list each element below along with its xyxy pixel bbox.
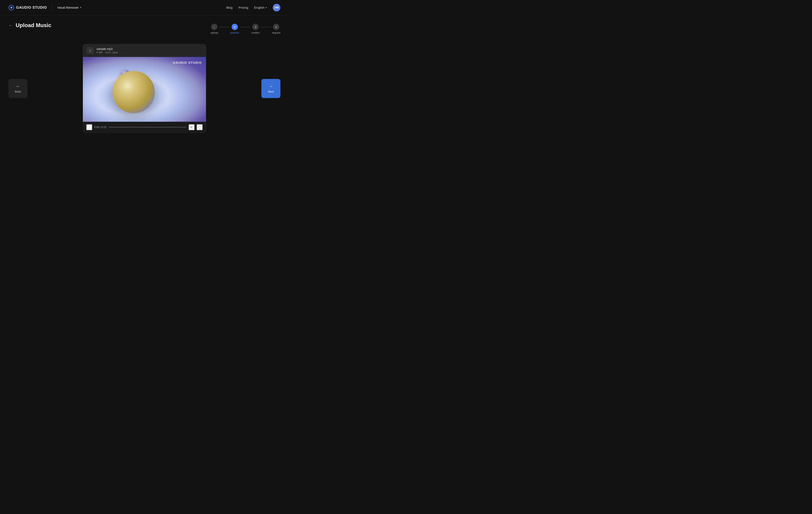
page-title: Upload Music <box>16 22 51 29</box>
stepper: 1 upload 2 preview 3 confirm <box>210 24 281 34</box>
file-duration: 4min 13sec <box>105 51 118 54</box>
page-title-area: ← Upload Music <box>8 22 51 29</box>
video-controls: 0:00 / 4:13 ⋮ <box>83 122 206 133</box>
file-size: 4 MB <box>96 51 103 54</box>
logo-text: GAUDIO STUDIO <box>16 5 47 10</box>
page-header-row: ← Upload Music 1 upload 2 preview 3 <box>8 22 281 34</box>
step-connector-2-3 <box>240 27 251 27</box>
chevron-down-icon: ▾ <box>266 6 267 9</box>
step-connector-1-2 <box>219 27 229 27</box>
time-display: 0:00 / 4:13 <box>94 126 106 129</box>
step-confirm: 3 confirm <box>252 24 260 34</box>
svg-point-2 <box>11 7 12 8</box>
step-label-upload: upload <box>210 31 218 34</box>
next-arrow-icon: → <box>269 84 273 89</box>
volume-icon <box>190 126 193 129</box>
step-circle-2: 2 <box>232 24 238 30</box>
step-circle-3: 3 <box>252 24 259 30</box>
step-preview: 2 preview <box>230 24 239 34</box>
play-icon <box>88 126 91 129</box>
logo-icon <box>8 5 14 10</box>
app-header: GAUDIO STUDIO Vocal Remover ▾ Blog Prici… <box>0 0 289 15</box>
step-circle-4: 4 <box>273 24 279 30</box>
step-request: 4 request <box>272 24 281 34</box>
step-circle-1: 1 <box>211 24 218 30</box>
language-label: English <box>254 6 264 9</box>
chevron-down-icon: ▾ <box>80 6 81 9</box>
tool-name-label: Vocal Remover <box>57 6 79 9</box>
progress-bar[interactable] <box>109 127 186 128</box>
header-right: Blog Pricing English ▾ HM <box>226 4 281 11</box>
svg-marker-3 <box>88 126 91 129</box>
back-arrow-icon: ← <box>16 84 20 89</box>
file-details: sample.mp3 4 MB 4min 13sec <box>96 47 118 54</box>
file-name: sample.mp3 <box>96 47 118 51</box>
pricing-nav-link[interactable]: Pricing <box>238 6 248 9</box>
volume-button[interactable] <box>188 124 195 130</box>
back-button-label: Back <box>15 90 21 93</box>
step-label-preview: preview <box>230 31 239 34</box>
header-divider <box>52 4 52 11</box>
language-selector-button[interactable]: English ▾ <box>254 6 267 9</box>
step-connector-3-4 <box>261 27 271 27</box>
back-button[interactable]: ← Back <box>8 79 28 98</box>
user-avatar[interactable]: HM <box>273 4 281 11</box>
next-button-label: Next <box>268 90 274 93</box>
media-card: ♪ sample.mp3 4 MB 4min 13sec GAUDIO STUD… <box>83 44 206 133</box>
thumbnail-gradient: GAUDIO STUDIO <box>83 57 206 122</box>
tool-selector-button[interactable]: Vocal Remover ▾ <box>57 6 81 9</box>
next-button[interactable]: → Next <box>261 79 281 98</box>
step-upload: 1 upload <box>210 24 218 34</box>
thumbnail-watermark: GAUDIO STUDIO <box>173 61 202 64</box>
music-note-icon: ♪ <box>87 47 93 54</box>
media-thumbnail: GAUDIO STUDIO <box>83 57 206 122</box>
file-meta: 4 MB 4min 13sec <box>96 51 118 54</box>
sphere-main <box>113 71 155 113</box>
file-info-row: ♪ sample.mp3 4 MB 4min 13sec <box>83 44 206 57</box>
blog-nav-link[interactable]: Blog <box>226 6 233 9</box>
step-label-request: request <box>272 31 281 34</box>
play-button[interactable] <box>86 124 92 130</box>
header-left: GAUDIO STUDIO Vocal Remover ▾ <box>8 4 81 11</box>
main-area: ← Back ♪ sample.mp3 4 MB 4min 13sec <box>8 42 281 135</box>
back-arrow-icon[interactable]: ← <box>8 23 13 28</box>
page-content: ← Upload Music 1 upload 2 preview 3 <box>0 15 289 142</box>
step-label-confirm: confirm <box>252 31 260 34</box>
logo[interactable]: GAUDIO STUDIO <box>8 5 47 10</box>
more-options-button[interactable]: ⋮ <box>197 124 203 130</box>
